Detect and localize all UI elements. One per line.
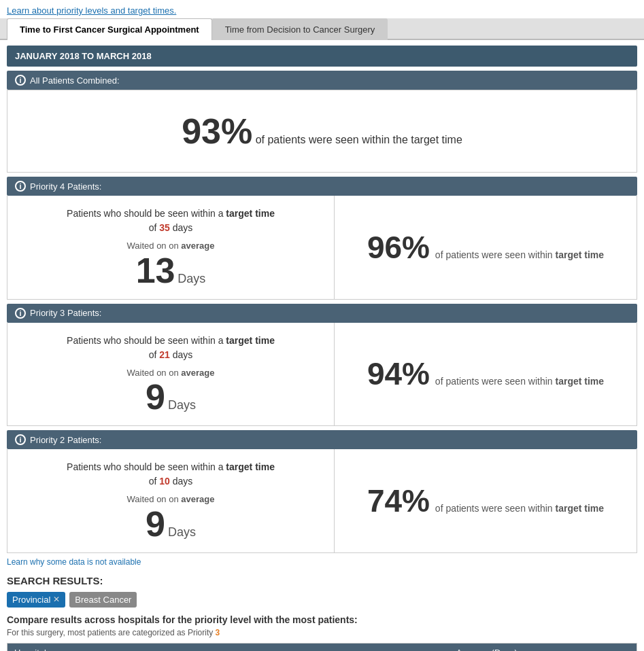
priority4-avg-days: 13 (136, 251, 175, 290)
main-container: JANUARY 2018 TO MARCH 2018 i All Patient… (0, 46, 644, 651)
priority4-right-content: 96% of patients were seen within target … (367, 229, 604, 266)
priority4-days-word: days (173, 222, 193, 233)
results-table-wrapper[interactable]: Hospital name Average (Days) Ontario9Col… (7, 643, 637, 652)
priority4-percent: 96% (367, 230, 430, 265)
priority2-right: 74% of patients were seen within target … (335, 449, 637, 552)
priority3-body: Patients who should be seen within a tar… (7, 323, 637, 427)
priority3-section: i Priority 3 Patients: Patients who shou… (7, 304, 637, 427)
priority4-pct-text: of patients were seen within target time (435, 249, 604, 260)
priority3-days-word: days (173, 349, 193, 360)
priority2-avg-days: 9 (146, 504, 165, 544)
priority4-left: Patients who should be seen within a tar… (7, 196, 335, 299)
info-icon-p4: i (15, 181, 26, 192)
priority2-percent: 74% (367, 483, 430, 518)
filter-breast-cancer[interactable]: Breast Cancer (69, 592, 137, 608)
col-avg-days: Average (Days) (450, 644, 637, 652)
priority3-percent: 94% (367, 356, 430, 391)
compare-text: Compare results across hospitals for the… (7, 614, 637, 625)
priority3-target-days: 21 (159, 349, 170, 360)
priority4-target-text: Patients who should be seen within a tar… (21, 207, 320, 235)
priority3-right-content: 94% of patients were seen within target … (367, 355, 604, 392)
priority2-target-text: Patients who should be seen within a tar… (21, 460, 320, 489)
priority3-days-label: Days (168, 398, 196, 412)
compare-priority-num: 3 (216, 628, 220, 637)
priority3-left: Patients who should be seen within a tar… (7, 323, 335, 426)
info-icon-all: i (15, 75, 26, 86)
priority4-target-days: 35 (159, 222, 170, 233)
priority2-target-days: 10 (159, 476, 170, 487)
date-header: JANUARY 2018 TO MARCH 2018 (7, 46, 637, 67)
priority3-right: 94% of patients were seen within target … (335, 323, 637, 426)
tab-decision-to-surgery[interactable]: Time from Decision to Cancer Surgery (212, 18, 388, 40)
filter-breast-cancer-label: Breast Cancer (75, 595, 131, 605)
info-icon-p2: i (15, 434, 26, 445)
priority4-right: 96% of patients were seen within target … (335, 196, 637, 299)
priority3-target-text: Patients who should be seen within a tar… (21, 334, 320, 362)
priority2-section: i Priority 2 Patients: Patients who shou… (7, 430, 637, 553)
priority3-header: i Priority 3 Patients: (7, 304, 637, 323)
priority3-pct-text: of patients were seen within target time (435, 376, 604, 387)
remove-provincial-icon[interactable]: ✕ (53, 595, 60, 604)
priority2-body: Patients who should be seen within a tar… (7, 449, 637, 553)
priority4-days-label: Days (177, 272, 205, 285)
priority2-header-label: Priority 2 Patients: (30, 435, 102, 445)
all-patients-header-label: All Patients Combined: (30, 75, 120, 86)
priority2-left: Patients who should be seen within a tar… (7, 449, 335, 552)
col-hospital-name: Hospital name (7, 644, 450, 652)
priority2-days-word: days (173, 476, 193, 487)
priority2-header: i Priority 2 Patients: (7, 430, 637, 449)
results-table: Hospital name Average (Days) Ontario9Col… (7, 644, 637, 652)
filter-provincial[interactable]: Provincial ✕ (7, 592, 65, 608)
all-patients-percent: 93% (182, 111, 252, 151)
learn-link-top[interactable]: Learn about priority levels and target t… (0, 0, 644, 18)
filters-row: Provincial ✕ Breast Cancer (7, 592, 637, 608)
tabs-row: Time to First Cancer Surgical Appointmen… (0, 18, 644, 40)
priority3-waited-label: Waited on on average (21, 366, 320, 380)
tab-first-appointment[interactable]: Time to First Cancer Surgical Appointmen… (7, 18, 212, 40)
compare-sub: For this surgery, most patients are cate… (7, 628, 637, 637)
priority2-waited-label: Waited on on average (21, 493, 320, 506)
priority4-header: i Priority 4 Patients: (7, 177, 637, 196)
learn-why-link[interactable]: Learn why some data is not available (7, 557, 637, 567)
priority3-header-label: Priority 3 Patients: (30, 308, 102, 318)
all-patients-content: 93% of patients were seen within the tar… (7, 90, 637, 172)
priority2-pct-text: of patients were seen within target time (435, 503, 604, 514)
priority4-section: i Priority 4 Patients: Patients who shou… (7, 177, 637, 300)
priority3-avg-days: 9 (146, 377, 165, 417)
filter-provincial-label: Provincial (12, 595, 50, 605)
all-patients-header: i All Patients Combined: (7, 71, 637, 90)
all-patients-box: 93% of patients were seen within the tar… (7, 90, 637, 173)
priority2-right-content: 74% of patients were seen within target … (367, 482, 604, 519)
all-patients-desc: of patients were seen within the target … (256, 134, 462, 145)
search-results-header: SEARCH RESULTS: (7, 575, 637, 586)
priority2-days-label: Days (168, 525, 196, 539)
priority4-header-label: Priority 4 Patients: (30, 181, 102, 192)
info-icon-p3: i (15, 308, 26, 319)
priority4-body: Patients who should be seen within a tar… (7, 196, 637, 300)
